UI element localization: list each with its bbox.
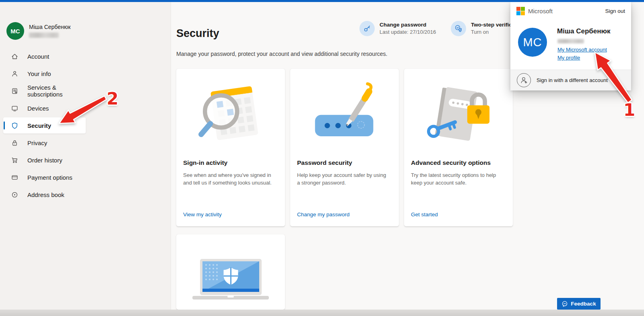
key-icon	[359, 21, 375, 36]
account-menu-header: Microsoft Sign out	[510, 2, 631, 20]
microsoft-logo-icon	[516, 7, 525, 15]
card-title: Password security	[297, 159, 392, 166]
home-icon	[11, 53, 18, 60]
sign-out-button[interactable]: Sign out	[605, 8, 625, 14]
sidebar-item-label: Your info	[27, 70, 51, 77]
sidebar-item-account[interactable]: Account	[3, 48, 86, 64]
my-profile-link[interactable]: My profile	[557, 55, 580, 61]
cart-icon	[11, 157, 18, 164]
windows-security-card	[176, 234, 285, 310]
account-email-redacted	[557, 39, 584, 43]
sidebar-item-label: Payment options	[27, 174, 72, 181]
feedback-label: Feedback	[571, 301, 596, 307]
account-menu-name: Міша Сербенюк	[557, 27, 611, 35]
get-started-link[interactable]: Get started	[411, 211, 438, 218]
sidebar-item-label: Account	[27, 53, 49, 60]
microsoft-brand: Microsoft	[516, 7, 553, 15]
card-description: Try the latest security options to help …	[411, 172, 504, 187]
sidebar-item-payment-options[interactable]: Payment options	[3, 169, 86, 185]
payment-card-icon	[11, 174, 18, 181]
sidebar-item-address-book[interactable]: Address book	[3, 187, 86, 203]
sidebar-item-label: Security	[27, 122, 51, 129]
advanced-security-options-card: Advanced security options Try the latest…	[404, 69, 513, 226]
feedback-button[interactable]: Feedback	[557, 298, 601, 310]
services-icon	[11, 88, 18, 94]
sidebar-item-your-info[interactable]: Your info	[3, 66, 86, 82]
verification-icon	[451, 21, 466, 36]
avatar[interactable]: MC	[6, 22, 24, 40]
sidebar-profile: MC Міша Сербенюк	[6, 22, 70, 40]
change-my-password-link[interactable]: Change my password	[297, 211, 350, 218]
change-password-action[interactable]: Change password Last update: 27/10/2016	[359, 21, 436, 36]
password-security-illustration	[290, 74, 399, 160]
change-password-sublabel: Last update: 27/10/2016	[380, 29, 436, 35]
account-menu-avatar[interactable]: MC	[518, 28, 547, 57]
my-microsoft-account-link[interactable]: My Microsoft account	[557, 47, 607, 53]
sign-in-different-account[interactable]: Sign in with a different account	[510, 70, 631, 90]
lock-icon	[11, 140, 18, 146]
sidebar-item-order-history[interactable]: Order history	[3, 152, 86, 168]
sidebar-nav: Account Your info Services & subscriptio…	[0, 48, 171, 204]
sign-in-different-account-label: Sign in with a different account	[537, 77, 608, 83]
sign-in-activity-illustration	[176, 74, 285, 160]
browser-top-accent-bar	[0, 0, 644, 2]
sidebar-item-label: Order history	[27, 157, 62, 164]
window-bottom-edge	[0, 310, 644, 316]
sign-in-activity-card: Sign-in activity See when and where you'…	[176, 69, 285, 226]
change-password-label: Change password	[380, 22, 436, 28]
sidebar-item-label: Devices	[27, 105, 49, 112]
microsoft-brand-label: Microsoft	[528, 8, 553, 14]
annotation-number-1: 1	[623, 100, 635, 120]
card-title: Advanced security options	[411, 159, 506, 166]
windows-security-illustration	[176, 258, 285, 310]
card-description: See when and where you've signed in and …	[183, 172, 276, 187]
sidebar-item-security[interactable]: Security	[3, 117, 86, 133]
page-title: Security	[176, 27, 219, 40]
account-menu: Microsoft Sign out MC Міша Сербенюк My M…	[510, 2, 631, 90]
address-pin-icon	[11, 191, 18, 198]
card-description: Help keep your account safer by using a …	[297, 172, 390, 187]
card-title: Sign-in activity	[183, 159, 278, 166]
person-add-icon	[517, 73, 531, 87]
devices-icon	[11, 105, 18, 112]
profile-username-redacted	[29, 33, 59, 38]
sidebar-item-devices[interactable]: Devices	[3, 100, 86, 116]
person-icon	[11, 70, 18, 77]
password-security-card: Password security Help keep your account…	[290, 69, 399, 226]
sidebar-item-label: Privacy	[27, 140, 47, 146]
shield-icon	[11, 122, 18, 129]
profile-name: Міша Сербенюк	[29, 24, 70, 30]
feedback-icon	[561, 301, 568, 307]
sidebar: MC Міша Сербенюк Account Your info Servi…	[0, 2, 171, 310]
page-subtitle: Manage your password, protect your accou…	[176, 51, 388, 57]
view-my-activity-link[interactable]: View my activity	[183, 211, 222, 218]
sidebar-item-label: Address book	[27, 191, 64, 198]
advanced-security-illustration	[404, 74, 513, 160]
sidebar-item-privacy[interactable]: Privacy	[3, 135, 86, 151]
sidebar-item-services-subscriptions[interactable]: Services & subscriptions	[3, 83, 86, 99]
sidebar-item-label: Services & subscriptions	[27, 84, 86, 98]
